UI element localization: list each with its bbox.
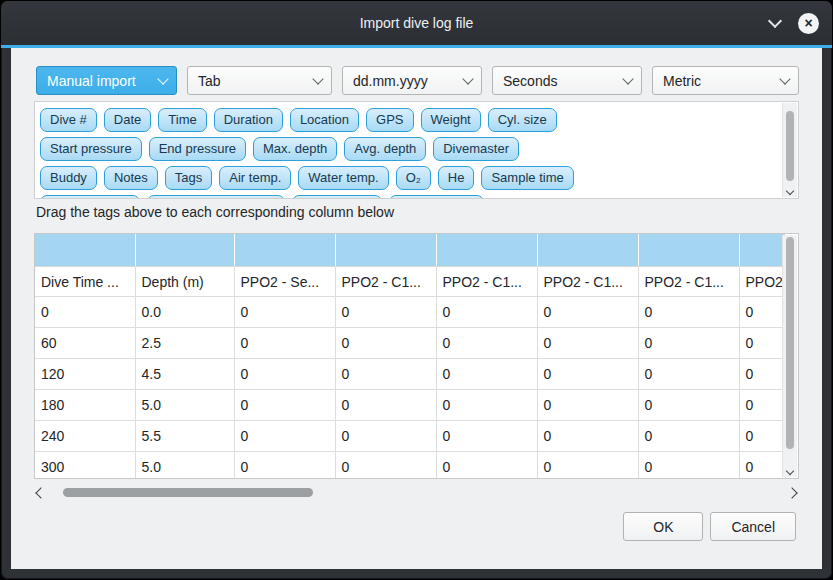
cell: 0: [335, 359, 436, 390]
tag-chip[interactable]: Start pressure: [40, 137, 142, 161]
cell: 0: [335, 328, 436, 359]
tag-chip[interactable]: He: [438, 166, 475, 190]
shade-window-icon[interactable]: [766, 14, 784, 32]
cell: 0: [436, 328, 537, 359]
table-row: 602.5000000: [35, 328, 785, 359]
column-header: PPO2 - C1...: [638, 267, 739, 297]
cell: 0: [638, 359, 739, 390]
tag-chip[interactable]: Sample CNS: [389, 195, 484, 198]
tag-chip[interactable]: Duration: [214, 108, 283, 132]
tag-chip[interactable]: Notes: [104, 166, 158, 190]
tag-chip[interactable]: GPS: [366, 108, 413, 132]
cell: 0: [234, 297, 335, 328]
dialog-buttons: OK Cancel: [623, 512, 796, 541]
cell: 0: [436, 421, 537, 452]
drop-target-cell[interactable]: [135, 234, 234, 267]
column-header: PPO2 - C1...: [537, 267, 638, 297]
drop-target-cell[interactable]: [35, 234, 135, 267]
titlebar-buttons: ×: [766, 1, 819, 45]
tags-scrollbar-thumb[interactable]: [786, 111, 794, 181]
cell: 0: [739, 328, 785, 359]
combobox-date-format[interactable]: dd.mm.yyyy: [342, 66, 482, 95]
cell: 0.0: [135, 297, 234, 328]
chevron-down-icon: [314, 78, 322, 83]
tag-chip[interactable]: Sample depth: [40, 195, 140, 198]
drop-target-cell[interactable]: [739, 234, 785, 267]
column-header: PPO2: [739, 267, 785, 297]
cell: 0: [234, 359, 335, 390]
titlebar[interactable]: Import dive log file ×: [1, 1, 832, 45]
table-row: 1204.5000000: [35, 359, 785, 390]
tag-chip[interactable]: Sample pO₂: [292, 195, 382, 198]
table-scrollbar[interactable]: [782, 235, 797, 477]
tag-chip[interactable]: Time: [158, 108, 206, 132]
table-scrollbar-thumb[interactable]: [786, 237, 794, 449]
tag-chip[interactable]: Dive #: [40, 108, 97, 132]
ok-button[interactable]: OK: [623, 512, 703, 541]
drop-target-cell[interactable]: [638, 234, 739, 267]
column-header: PPO2 - C1...: [335, 267, 436, 297]
cancel-button[interactable]: Cancel: [710, 512, 796, 541]
table-row: 1805.0000000: [35, 390, 785, 421]
table-hscrollbar[interactable]: [34, 485, 799, 500]
tag-chip[interactable]: Water temp.: [298, 166, 388, 190]
tag-row: Sample depthSample temperatureSample pO₂…: [40, 195, 783, 198]
combobox-import-mode[interactable]: Manual import: [36, 66, 177, 95]
tag-chip[interactable]: Date: [104, 108, 151, 132]
close-button[interactable]: ×: [798, 13, 819, 34]
cell: 0: [537, 297, 638, 328]
tag-chip[interactable]: Cyl. size: [488, 108, 557, 132]
cell: 0: [436, 297, 537, 328]
tag-chip[interactable]: Air temp.: [219, 166, 291, 190]
drop-target-cell[interactable]: [335, 234, 436, 267]
cell: 0: [638, 390, 739, 421]
combobox-duration-format[interactable]: Seconds: [492, 66, 642, 95]
scroll-right-icon[interactable]: [788, 485, 796, 500]
drop-target-cell[interactable]: [234, 234, 335, 267]
cell: 5.0: [135, 452, 234, 480]
tag-chip[interactable]: Tags: [165, 166, 212, 190]
cell: 60: [35, 328, 135, 359]
tag-chip[interactable]: Sample time: [481, 166, 573, 190]
cell: 0: [638, 328, 739, 359]
scroll-down-icon[interactable]: [783, 188, 797, 194]
hscrollbar-thumb[interactable]: [63, 488, 313, 497]
column-header: PPO2 - Se...: [234, 267, 335, 297]
tag-chip[interactable]: Sample temperature: [147, 195, 285, 198]
chevron-down-icon: [464, 78, 472, 83]
combobox-units[interactable]: Metric: [652, 66, 799, 95]
drop-target-cell[interactable]: [537, 234, 638, 267]
tag-row: Dive #DateTimeDurationLocationGPSWeightC…: [40, 108, 783, 132]
combobox-field-separator[interactable]: Tab: [187, 66, 332, 95]
tag-chip[interactable]: Max. depth: [253, 137, 337, 161]
chevron-down-icon: [159, 78, 167, 83]
tag-chip[interactable]: End pressure: [149, 137, 246, 161]
cell: 0: [234, 328, 335, 359]
tag-chip[interactable]: Buddy: [40, 166, 97, 190]
import-dialog-window: Import dive log file × Manual importTabd…: [1, 1, 832, 579]
chevron-left-icon: [35, 487, 46, 498]
tag-chip[interactable]: Avg. depth: [344, 137, 426, 161]
scroll-left-icon[interactable]: [37, 485, 45, 500]
combobox-value: dd.mm.yyyy: [353, 73, 428, 89]
tag-chip[interactable]: Weight: [421, 108, 481, 132]
tag-chip[interactable]: Divemaster: [433, 137, 519, 161]
combobox-value: Seconds: [503, 73, 557, 89]
cell: 0: [739, 359, 785, 390]
chevron-right-icon: [786, 487, 797, 498]
scroll-down-icon[interactable]: [783, 468, 797, 474]
cell: 0: [739, 297, 785, 328]
tag-chip[interactable]: O₂: [396, 166, 431, 190]
cell: 0: [537, 452, 638, 480]
cell: 180: [35, 390, 135, 421]
chevron-down-icon: [786, 467, 794, 475]
column-header: Dive Time ...: [35, 267, 135, 297]
tag-chip[interactable]: Location: [290, 108, 359, 132]
preview-table-panel: Dive Time ...Depth (m)PPO2 - Se...PPO2 -…: [34, 233, 799, 479]
tags-scrollbar[interactable]: [782, 103, 797, 197]
cell: 0: [335, 452, 436, 480]
tag-list: Dive #DateTimeDurationLocationGPSWeightC…: [35, 102, 783, 198]
cell: 0: [335, 297, 436, 328]
drop-target-cell[interactable]: [436, 234, 537, 267]
cell: 0: [739, 390, 785, 421]
